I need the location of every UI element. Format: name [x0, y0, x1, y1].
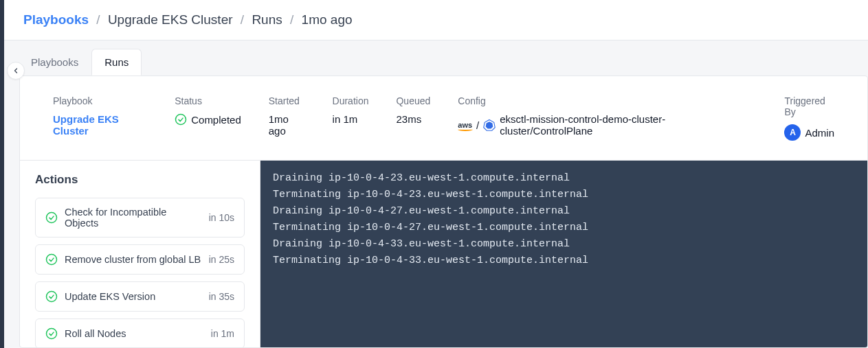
triggered-by-value[interactable]: A Admin [784, 124, 834, 141]
breadcrumb-separator: / [290, 12, 293, 27]
breadcrumb: Playbooks / Upgrade EKS Cluster / Runs /… [4, 0, 868, 40]
meta-started: Started 1mo ago [269, 95, 305, 137]
meta-label: Config [458, 95, 729, 106]
sidebar-collapsed [0, 0, 4, 348]
action-duration: in 10s [209, 212, 234, 223]
breadcrumb-separator: / [241, 12, 244, 27]
meta-duration: Duration in 1m [333, 95, 369, 125]
action-list: Check for Incompatible Objects in 10s Re… [35, 198, 245, 347]
meta-label: Triggered By [784, 95, 834, 117]
check-circle-icon [45, 290, 58, 303]
meta-queued: Queued 23ms [396, 95, 430, 125]
check-circle-icon [175, 113, 187, 126]
duration-value: in 1m [333, 113, 369, 125]
tab-playbooks[interactable]: Playbooks [18, 49, 91, 76]
breadcrumb-item: 1mo ago [302, 12, 353, 27]
check-circle-icon [45, 327, 58, 340]
svg-point-4 [47, 255, 57, 265]
action-name: Remove cluster from global LB [65, 254, 202, 265]
status-badge: Completed [175, 113, 241, 126]
config-separator: / [476, 119, 479, 131]
svg-point-0 [176, 115, 186, 125]
action-name: Update EKS Version [65, 291, 202, 302]
actions-panel: Actions Check for Incompatible Objects i… [20, 161, 260, 347]
status-text: Completed [191, 114, 241, 126]
action-duration: in 35s [209, 291, 234, 302]
content-panel: Playbook Upgrade EKS Cluster Status Comp… [19, 76, 868, 348]
meta-playbook: Playbook Upgrade EKS Cluster [53, 95, 147, 137]
action-name: Check for Incompatible Objects [65, 207, 202, 229]
svg-point-5 [47, 292, 57, 302]
svg-point-3 [47, 213, 57, 223]
config-value[interactable]: aws / eksctl-mission-control-demo-cluste… [458, 113, 729, 137]
meta-triggered-by: Triggered By A Admin [784, 95, 834, 141]
kubernetes-icon [483, 119, 496, 131]
action-item[interactable]: Update EKS Version in 35s [35, 281, 245, 312]
run-meta-row: Playbook Upgrade EKS Cluster Status Comp… [20, 76, 867, 161]
meta-config: Config aws / eksctl-mission-control-demo… [458, 95, 729, 137]
breadcrumb-item[interactable]: Upgrade EKS Cluster [108, 12, 233, 27]
meta-label: Playbook [53, 95, 147, 106]
started-value: 1mo ago [269, 113, 305, 137]
actions-title: Actions [35, 173, 245, 187]
check-circle-icon [45, 253, 58, 266]
action-duration: in 1m [211, 328, 234, 339]
svg-point-6 [47, 329, 57, 339]
action-item[interactable]: Roll all Nodes in 1m [35, 318, 245, 347]
avatar: A [784, 124, 801, 141]
action-item[interactable]: Check for Incompatible Objects in 10s [35, 198, 245, 237]
config-text: eksctl-mission-control-demo-cluster-clus… [500, 113, 729, 137]
queued-value: 23ms [396, 113, 430, 125]
meta-label: Duration [333, 95, 369, 106]
check-circle-icon [45, 211, 58, 224]
meta-label: Queued [396, 95, 430, 106]
breadcrumb-item[interactable]: Runs [252, 12, 282, 27]
terminal-output[interactable]: Draining ip-10-0-4-23.eu-west-1.compute.… [260, 161, 867, 347]
chevron-left-icon [12, 67, 20, 75]
breadcrumb-separator: / [96, 12, 100, 27]
tab-runs[interactable]: Runs [91, 49, 142, 76]
aws-icon: aws [458, 121, 472, 129]
playbook-link[interactable]: Upgrade EKS Cluster [53, 113, 147, 137]
action-duration: in 25s [209, 254, 234, 265]
breadcrumb-root[interactable]: Playbooks [23, 12, 89, 27]
meta-label: Started [269, 95, 305, 106]
tabs: Playbooks Runs [4, 49, 868, 76]
triggered-user: Admin [805, 127, 834, 139]
meta-label: Status [175, 95, 241, 106]
action-item[interactable]: Remove cluster from global LB in 25s [35, 244, 245, 275]
action-name: Roll all Nodes [65, 328, 204, 339]
meta-status: Status Completed [175, 95, 241, 126]
sidebar-toggle-button[interactable] [7, 62, 25, 80]
